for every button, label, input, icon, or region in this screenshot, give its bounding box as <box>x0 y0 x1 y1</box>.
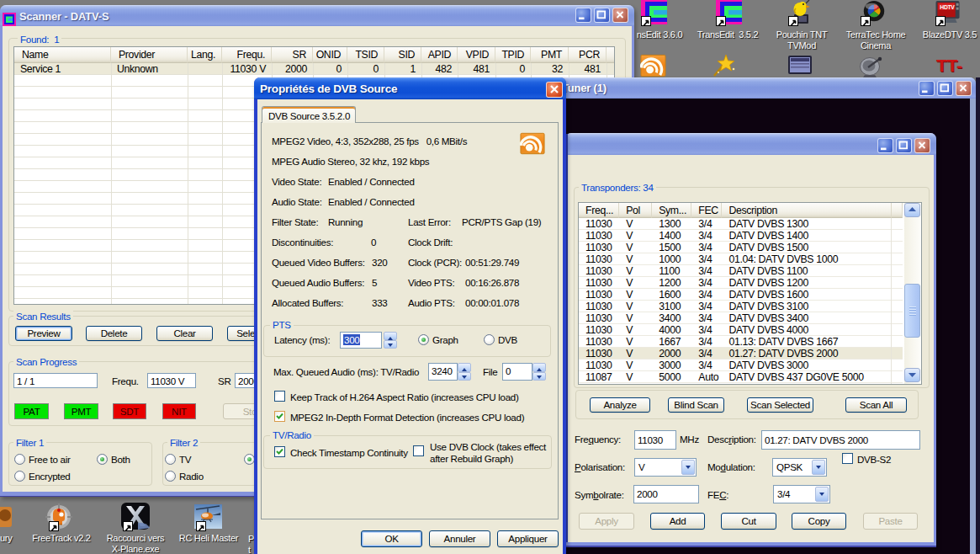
svg-text:HDTV: HDTV <box>940 4 955 10</box>
